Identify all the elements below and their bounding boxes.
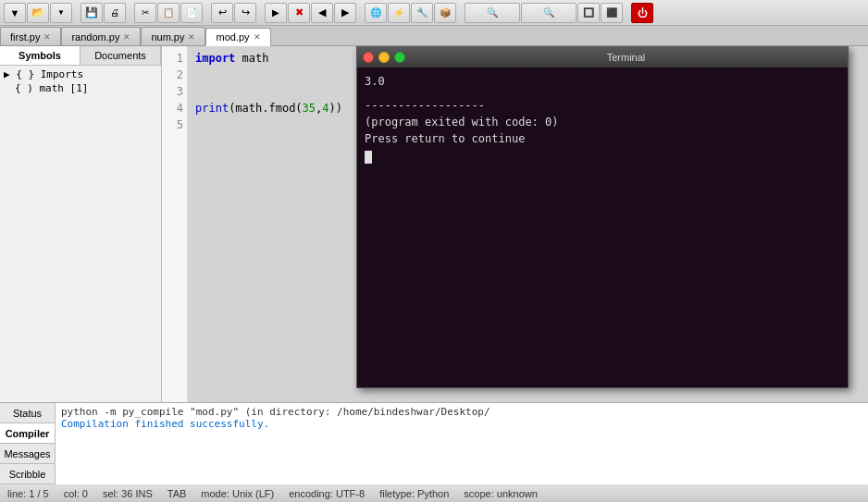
- tab-random-py[interactable]: random.py ✕: [61, 27, 141, 45]
- toolbar-next[interactable]: ▶: [334, 3, 356, 23]
- sidebar-tab-symbols[interactable]: Symbols: [0, 46, 81, 65]
- toolbar-run-script[interactable]: ⚡: [388, 3, 410, 23]
- toolbar-copy[interactable]: 📋: [157, 3, 180, 23]
- toolbar-settings[interactable]: 🔧: [411, 3, 433, 23]
- terminal-cursor: [365, 151, 372, 164]
- sidebar-content: ▶ { } Imports { ) math [1]: [0, 66, 161, 402]
- toolbar-new-dropdown[interactable]: ▼: [4, 3, 26, 23]
- terminal-body[interactable]: 3.0 ------------------ (program exited w…: [357, 67, 848, 387]
- toolbar-save[interactable]: 💾: [81, 3, 103, 23]
- statusbar-sel: sel: 36 INS: [103, 488, 153, 499]
- toolbar-web[interactable]: 🌐: [365, 3, 387, 23]
- bottom-content: Status Compiler Messages Scribble python…: [0, 403, 868, 484]
- terminal-output-line1: 3.0: [365, 73, 840, 90]
- statusbar: line: 1 / 5 col: 0 sel: 36 INS TAB mode:…: [0, 484, 868, 502]
- terminal-exit-msg: (program exited with code: 0): [365, 114, 840, 130]
- terminal-continue-msg: Press return to continue: [365, 130, 840, 147]
- statusbar-filetype: filetype: Python: [379, 488, 449, 499]
- toolbar-package[interactable]: 📦: [434, 3, 456, 23]
- statusbar-mode: mode: Unix (LF): [201, 488, 274, 499]
- close-tab-mod-py[interactable]: ✕: [254, 32, 261, 42]
- toolbar-zoom[interactable]: 🔲: [577, 3, 600, 23]
- toolbar-paste[interactable]: 📄: [180, 3, 203, 23]
- tree-imports[interactable]: ▶ { } Imports: [2, 67, 159, 81]
- terminal-titlebar: Terminal: [357, 47, 848, 67]
- toolbar-open[interactable]: 📂: [27, 3, 49, 23]
- bottom-tab-compiler[interactable]: Compiler: [0, 423, 55, 444]
- terminal-maximize-button[interactable]: [394, 52, 405, 63]
- line-num-3: 3: [166, 83, 183, 100]
- toolbar-undo[interactable]: ↩: [211, 3, 233, 23]
- sidebar: Symbols Documents ▶ { } Imports { ) math…: [0, 46, 162, 402]
- sidebar-tab-documents[interactable]: Documents: [81, 46, 161, 65]
- tab-num-py[interactable]: num.py ✕: [141, 27, 205, 45]
- statusbar-encoding: encoding: UTF-8: [289, 488, 365, 499]
- toolbar-power[interactable]: ⏻: [631, 3, 653, 23]
- bottom-tab-buttons: Status Compiler Messages Scribble: [0, 403, 56, 484]
- toolbar-cut[interactable]: ✂: [134, 3, 156, 23]
- toolbar-stop[interactable]: ✖: [288, 3, 310, 23]
- terminal-close-button[interactable]: [363, 52, 374, 63]
- line-num-5: 5: [166, 116, 183, 133]
- statusbar-scope: scope: unknown: [464, 488, 538, 499]
- line-numbers: 1 2 3 4 5: [162, 46, 188, 402]
- toolbar-prev[interactable]: ◀: [311, 3, 333, 23]
- toolbar-redo[interactable]: ↪: [234, 3, 256, 23]
- terminal-title: Terminal: [410, 52, 842, 63]
- tree-math[interactable]: { ) math [1]: [2, 81, 159, 95]
- main-layout: Symbols Documents ▶ { } Imports { ) math…: [0, 46, 868, 402]
- statusbar-line: line: 1 / 5: [7, 488, 49, 499]
- terminal-cursor-line: [365, 149, 840, 165]
- sidebar-tabs: Symbols Documents: [0, 46, 161, 66]
- terminal-window: Terminal 3.0 ------------------ (program…: [356, 46, 849, 388]
- bottom-tab-scribble[interactable]: Scribble: [0, 464, 55, 484]
- tab-first-py[interactable]: first.py ✕: [0, 27, 61, 45]
- line-num-4: 4: [166, 100, 183, 116]
- bottom-tab-messages[interactable]: Messages: [0, 444, 55, 464]
- toolbar-print[interactable]: 🖨: [104, 3, 126, 23]
- close-tab-first-py[interactable]: ✕: [43, 32, 51, 42]
- statusbar-tab: TAB: [167, 488, 187, 499]
- bottom-main-content: python -m py_compile "mod.py" (in direct…: [56, 403, 868, 484]
- close-tab-num-py[interactable]: ✕: [188, 32, 195, 42]
- bottom-tab-status[interactable]: Status: [0, 403, 55, 423]
- toolbar-search-large[interactable]: 🔍: [521, 3, 577, 23]
- toolbar-open-dropdown[interactable]: ▼: [50, 3, 72, 23]
- toolbar: ▼ 📂 ▼ 💾 🖨 ✂ 📋 📄 ↩ ↪ ▶ ✖ ◀ ▶ 🌐 ⚡ 🔧 📦 🔍 🔍 …: [0, 0, 868, 26]
- statusbar-col: col: 0: [64, 488, 88, 499]
- bottom-area: Status Compiler Messages Scribble python…: [0, 402, 868, 484]
- line-num-2: 2: [166, 67, 183, 83]
- tab-mod-py[interactable]: mod.py ✕: [205, 28, 270, 46]
- toolbar-compile-run[interactable]: ▶: [265, 3, 287, 23]
- toolbar-search-small[interactable]: 🔍: [465, 3, 520, 23]
- close-tab-random-py[interactable]: ✕: [123, 32, 130, 42]
- tabs-row: first.py ✕ random.py ✕ num.py ✕ mod.py ✕: [0, 26, 868, 46]
- terminal-minimize-button[interactable]: [378, 52, 390, 63]
- editor-wrapper: 1 2 3 4 5 import math print(math.fmod(35…: [162, 46, 868, 402]
- terminal-separator: ------------------: [365, 97, 840, 114]
- line-num-1: 1: [166, 50, 183, 67]
- toolbar-fullscreen[interactable]: ⬛: [601, 3, 623, 23]
- compiler-result: Compilation finished successfully.: [61, 418, 862, 430]
- compiler-command: python -m py_compile "mod.py" (in direct…: [61, 406, 862, 418]
